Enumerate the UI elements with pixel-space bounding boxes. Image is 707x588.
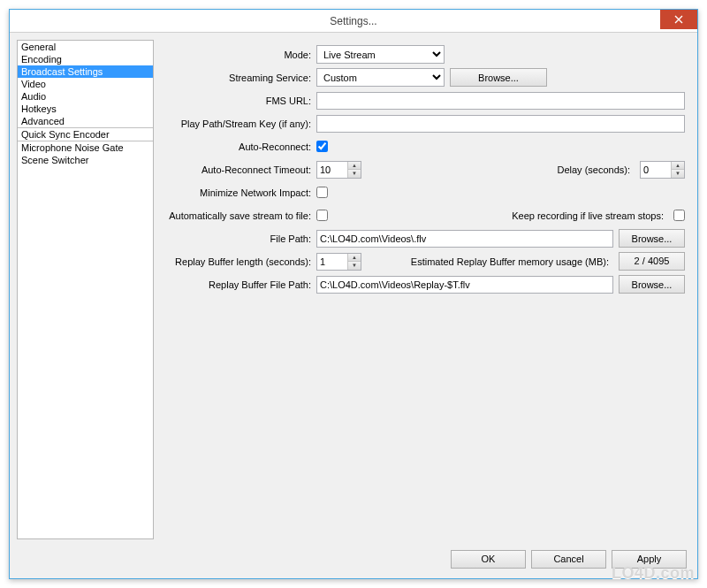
replaylen-label: Replay Buffer length (seconds): bbox=[166, 256, 316, 267]
autoreconnect-checkbox[interactable] bbox=[316, 141, 328, 152]
sidebar-item[interactable]: Microphone Noise Gate bbox=[18, 141, 153, 154]
content-area: GeneralEncodingBroadcast SettingsVideoAu… bbox=[10, 33, 697, 546]
service-label: Streaming Service: bbox=[166, 73, 316, 83]
mode-label: Mode: bbox=[166, 50, 316, 60]
playpath-label: Play Path/Stream Key (if any): bbox=[166, 118, 316, 129]
sidebar-item[interactable]: Quick Sync Encoder bbox=[18, 128, 153, 141]
cancel-button[interactable]: Cancel bbox=[531, 550, 606, 569]
spin-up-icon[interactable]: ▲ bbox=[347, 254, 361, 263]
sidebar-item[interactable]: Encoding bbox=[18, 53, 153, 65]
memusage-readout: 2 / 4095 bbox=[619, 252, 685, 271]
filepath-input[interactable] bbox=[316, 230, 613, 248]
apply-button[interactable]: Apply bbox=[612, 550, 687, 569]
sidebar-item[interactable]: Advanced bbox=[18, 115, 153, 127]
replaylen-input[interactable] bbox=[317, 254, 347, 270]
form-panel: Mode: Live Stream Streaming Service: Cus… bbox=[161, 40, 690, 539]
minnet-checkbox[interactable] bbox=[316, 187, 328, 198]
timeout-label: Auto-Reconnect Timeout: bbox=[166, 164, 316, 175]
sidebar-item[interactable]: Video bbox=[18, 78, 153, 90]
autosave-label: Automatically save stream to file: bbox=[166, 210, 316, 221]
category-sidebar: GeneralEncodingBroadcast SettingsVideoAu… bbox=[17, 40, 154, 539]
window-title: Settings... bbox=[330, 15, 376, 27]
spin-up-icon[interactable]: ▲ bbox=[671, 162, 684, 171]
sidebar-item[interactable]: Broadcast Settings bbox=[18, 65, 153, 78]
replaylen-spinner[interactable]: ▲▼ bbox=[316, 253, 361, 271]
spin-down-icon[interactable]: ▼ bbox=[347, 262, 361, 270]
settings-window: Settings... GeneralEncodingBroadcast Set… bbox=[9, 9, 698, 579]
filepath-label: File Path: bbox=[166, 233, 316, 244]
replaypath-input[interactable] bbox=[316, 276, 613, 294]
dialog-buttons: OK Cancel Apply bbox=[10, 546, 697, 578]
sidebar-item[interactable]: General bbox=[18, 41, 153, 53]
service-browse-button[interactable]: Browse... bbox=[450, 68, 547, 87]
replaypath-label: Replay Buffer File Path: bbox=[166, 279, 316, 290]
keeprec-checkbox[interactable] bbox=[673, 210, 685, 221]
spin-down-icon[interactable]: ▼ bbox=[347, 170, 361, 178]
fms-label: FMS URL: bbox=[166, 95, 316, 106]
playpath-input[interactable] bbox=[316, 115, 685, 133]
replaypath-browse-button[interactable]: Browse... bbox=[619, 275, 685, 294]
memusage-label: Estimated Replay Buffer memory usage (MB… bbox=[411, 256, 613, 267]
delay-spinner[interactable]: ▲▼ bbox=[640, 161, 685, 179]
delay-input[interactable] bbox=[641, 162, 671, 178]
keeprec-label: Keep recording if live stream stops: bbox=[512, 210, 668, 221]
service-select[interactable]: Custom bbox=[316, 68, 445, 87]
timeout-input[interactable] bbox=[317, 162, 347, 178]
sidebar-item[interactable]: Hotkeys bbox=[18, 103, 153, 115]
timeout-spinner[interactable]: ▲▼ bbox=[316, 161, 361, 179]
ok-button[interactable]: OK bbox=[451, 550, 526, 569]
spin-down-icon[interactable]: ▼ bbox=[671, 170, 684, 178]
close-button[interactable] bbox=[660, 10, 697, 29]
autoreconnect-label: Auto-Reconnect: bbox=[166, 141, 316, 152]
close-icon bbox=[674, 15, 683, 24]
delay-label: Delay (seconds): bbox=[557, 164, 635, 175]
mode-select[interactable]: Live Stream bbox=[316, 45, 445, 64]
titlebar: Settings... bbox=[10, 10, 697, 33]
spin-up-icon[interactable]: ▲ bbox=[347, 162, 361, 171]
filepath-browse-button[interactable]: Browse... bbox=[619, 229, 685, 248]
sidebar-item[interactable]: Scene Switcher bbox=[18, 154, 153, 166]
sidebar-item[interactable]: Audio bbox=[18, 90, 153, 103]
autosave-checkbox[interactable] bbox=[316, 210, 328, 221]
fms-url-input[interactable] bbox=[316, 92, 685, 110]
minnet-label: Minimize Network Impact: bbox=[166, 187, 316, 198]
